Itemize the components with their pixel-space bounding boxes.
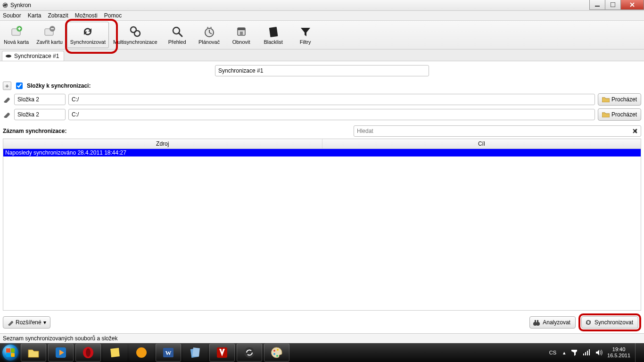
toolbar-close-tab[interactable]: Zavřít kartu bbox=[33, 22, 66, 48]
maximize-button[interactable] bbox=[605, 0, 620, 10]
svg-rect-17 bbox=[240, 32, 243, 35]
svg-rect-18 bbox=[269, 27, 278, 37]
menu-karta[interactable]: Karta bbox=[28, 12, 41, 19]
svg-rect-32 bbox=[192, 347, 200, 356]
svg-rect-1 bbox=[595, 6, 600, 7]
svg-rect-16 bbox=[238, 28, 245, 30]
taskbar-mediaplayer[interactable] bbox=[48, 344, 74, 362]
blacklist-icon bbox=[267, 25, 280, 38]
folder-icon bbox=[27, 346, 40, 359]
taskbar-paint[interactable] bbox=[264, 344, 289, 362]
menu-pomoc[interactable]: Pomoc bbox=[104, 12, 122, 19]
svg-rect-2 bbox=[611, 2, 615, 7]
toolbar-multisync[interactable]: Multisynchronizace bbox=[110, 22, 161, 48]
folder-name-input-1[interactable] bbox=[14, 94, 66, 105]
toolbar-blacklist[interactable]: Blacklist bbox=[258, 22, 289, 48]
binoculars-icon bbox=[533, 319, 540, 326]
toolbar-filters[interactable]: Filtry bbox=[290, 22, 321, 48]
network-icon[interactable] bbox=[583, 349, 590, 356]
wrench-icon bbox=[7, 319, 14, 326]
content-area: ＋ Složky k synchronizaci: Procházet Proc… bbox=[0, 61, 644, 333]
toolbar-restore[interactable]: Obnovit bbox=[226, 22, 257, 48]
folders-header-label: Složky k synchronizaci: bbox=[27, 82, 91, 89]
action-center-icon[interactable] bbox=[570, 349, 578, 356]
folder-path-input-1[interactable] bbox=[68, 94, 595, 105]
volume-icon[interactable] bbox=[595, 349, 603, 356]
tab-sync-1[interactable]: Synchronizace #1 bbox=[2, 51, 64, 61]
titlebar[interactable]: Synkron bbox=[0, 0, 644, 11]
toolbar: Nová karta Zavřít kartu Synchronizovat M… bbox=[0, 21, 644, 49]
toolbar-scheduler[interactable]: Plánovač bbox=[194, 22, 225, 48]
browse-button-1[interactable]: Procházet bbox=[598, 93, 641, 106]
svg-rect-22 bbox=[535, 320, 536, 322]
chevron-up-icon[interactable]: ▴ bbox=[563, 350, 566, 356]
sync-icon bbox=[585, 319, 592, 326]
svg-point-21 bbox=[536, 322, 540, 326]
tab-sync-icon bbox=[5, 54, 12, 58]
svg-point-34 bbox=[244, 347, 255, 358]
search-wrap bbox=[354, 125, 641, 137]
wrench-icon[interactable] bbox=[3, 111, 11, 118]
log-header: Záznam synchronizace: bbox=[3, 125, 641, 137]
opera-icon bbox=[82, 346, 95, 359]
synchronize-button[interactable]: Synchronizovat bbox=[581, 316, 638, 329]
analyze-button[interactable]: Analyzovat bbox=[529, 316, 576, 329]
word-icon: W bbox=[162, 346, 175, 359]
sync-name-input[interactable] bbox=[215, 65, 429, 76]
browse-button-2[interactable]: Procházet bbox=[598, 108, 641, 121]
close-window-button[interactable] bbox=[620, 0, 644, 10]
taskbar-app-files[interactable] bbox=[183, 344, 207, 361]
search-input[interactable] bbox=[356, 126, 631, 136]
advanced-button[interactable]: Rozšířené ▾ bbox=[3, 316, 50, 329]
grid-body[interactable]: Naposledy synchronizováno 28.4.2011 18:4… bbox=[3, 149, 641, 310]
app-window: Synkron Soubor Karta Zobrazit Možnosti P… bbox=[0, 0, 644, 362]
col-target[interactable]: Cíl bbox=[322, 139, 641, 148]
folder-path-input-2[interactable] bbox=[68, 109, 595, 120]
add-folder-button[interactable]: ＋ bbox=[3, 82, 11, 90]
folder-icon bbox=[602, 97, 610, 102]
taskbar-synkron[interactable] bbox=[237, 344, 262, 362]
folder-icon bbox=[602, 112, 610, 117]
svg-rect-13 bbox=[207, 27, 208, 29]
clock[interactable]: 19:40 16.5.2011 bbox=[607, 346, 630, 359]
menu-soubor[interactable]: Soubor bbox=[3, 12, 21, 19]
sync-icon bbox=[243, 346, 256, 359]
svg-line-11 bbox=[179, 33, 182, 36]
svg-rect-23 bbox=[537, 320, 538, 322]
svg-rect-42 bbox=[589, 349, 590, 355]
log-label: Záznam synchronizace: bbox=[3, 128, 66, 134]
svg-point-28 bbox=[136, 347, 147, 358]
clear-search-icon[interactable] bbox=[631, 127, 639, 135]
col-source[interactable]: Zdroj bbox=[3, 139, 322, 148]
overview-icon bbox=[171, 25, 184, 38]
toolbar-overview[interactable]: Přehled bbox=[162, 22, 193, 48]
grid-row[interactable]: Naposledy synchronizováno 28.4.2011 18:4… bbox=[3, 149, 641, 156]
taskbar-explorer[interactable] bbox=[21, 344, 46, 362]
toolbar-new-tab[interactable]: Nová karta bbox=[0, 22, 32, 48]
grid-header: Zdroj Cíl bbox=[3, 139, 641, 149]
minimize-button[interactable] bbox=[589, 0, 605, 10]
tabstrip: Synchronizace #1 bbox=[0, 49, 644, 61]
window-title: Synkron bbox=[10, 2, 31, 8]
taskbar-word[interactable]: W bbox=[156, 344, 181, 362]
svg-point-9 bbox=[134, 31, 140, 36]
filters-icon bbox=[299, 25, 312, 38]
taskbar-notes[interactable] bbox=[103, 344, 127, 361]
restore-icon bbox=[235, 25, 248, 38]
show-desktop-button[interactable] bbox=[635, 343, 640, 362]
svg-rect-39 bbox=[583, 354, 584, 355]
svg-text:W: W bbox=[165, 349, 172, 356]
folders-checkbox[interactable] bbox=[16, 82, 23, 89]
taskbar-opera[interactable] bbox=[75, 344, 101, 362]
chevron-down-icon: ▾ bbox=[43, 319, 46, 326]
taskbar-app-orange[interactable] bbox=[129, 344, 154, 361]
start-button[interactable] bbox=[1, 343, 20, 362]
menu-moznosti[interactable]: Možnosti bbox=[75, 12, 98, 19]
sync-icon bbox=[81, 25, 94, 38]
menu-zobrazit[interactable]: Zobrazit bbox=[48, 12, 68, 19]
language-indicator[interactable]: CS bbox=[547, 350, 558, 355]
toolbar-synchronize[interactable]: Synchronizovat bbox=[67, 22, 109, 48]
folder-name-input-2[interactable] bbox=[14, 109, 66, 120]
wrench-icon[interactable] bbox=[3, 96, 11, 103]
taskbar-adobe[interactable] bbox=[209, 344, 235, 362]
